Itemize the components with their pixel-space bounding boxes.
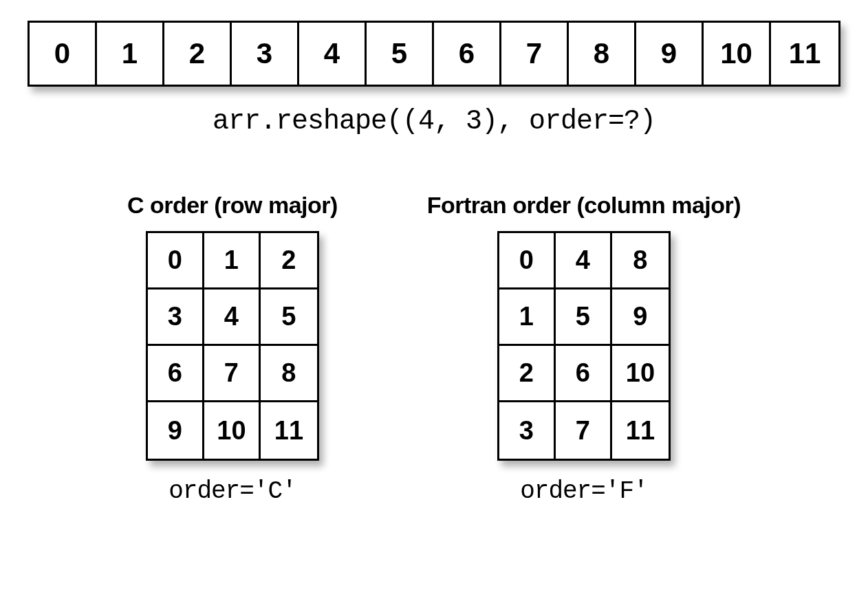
matrix-cell: 1: [499, 289, 556, 346]
top-cell: 10: [704, 23, 771, 85]
fortran-order-code-label: order='F': [520, 477, 647, 505]
top-cell: 6: [434, 23, 501, 85]
matrix-cell: 0: [499, 233, 556, 289]
c-order-matrix: 0 1 2 3 4 5 6 7 8 9 10 11: [146, 231, 319, 461]
matrix-cell: 6: [556, 346, 612, 402]
matrix-row: 0 4 8: [499, 233, 669, 289]
matrix-row: 3 7 11: [499, 402, 669, 459]
matrix-cell: 0: [148, 233, 204, 289]
matrix-cell: 5: [556, 289, 612, 346]
c-order-panel: C order (row major) 0 1 2 3 4 5 6 7 8 9 …: [127, 192, 338, 505]
top-cell: 0: [30, 23, 97, 85]
c-order-title: C order (row major): [127, 192, 338, 219]
top-cell: 1: [97, 23, 164, 85]
reshape-code-label: arr.reshape((4, 3), order=?): [28, 106, 840, 137]
top-cell: 9: [636, 23, 704, 85]
matrix-cell: 5: [261, 289, 317, 346]
matrix-row: 2 6 10: [499, 346, 669, 402]
matrix-cell: 9: [148, 402, 204, 459]
c-order-code-label: order='C': [169, 477, 296, 505]
fortran-order-panel: Fortran order (column major) 0 4 8 1 5 9…: [427, 192, 741, 505]
matrix-cell: 11: [261, 402, 317, 459]
matrix-row: 9 10 11: [148, 402, 317, 459]
matrix-cell: 2: [261, 233, 317, 289]
matrix-cell: 7: [204, 346, 261, 402]
top-cell: 4: [299, 23, 367, 85]
matrix-cell: 8: [261, 346, 317, 402]
top-cell: 8: [569, 23, 636, 85]
top-cell: 2: [164, 23, 232, 85]
matrix-row: 1 5 9: [499, 289, 669, 346]
matrix-cell: 10: [612, 346, 669, 402]
top-cell: 3: [232, 23, 299, 85]
matrix-cell: 3: [499, 402, 556, 459]
matrix-cell: 7: [556, 402, 612, 459]
matrix-cell: 11: [612, 402, 669, 459]
matrix-row: 3 4 5: [148, 289, 317, 346]
top-cell: 7: [501, 23, 569, 85]
matrix-row: 0 1 2: [148, 233, 317, 289]
matrix-cell: 9: [612, 289, 669, 346]
matrix-cell: 6: [148, 346, 204, 402]
matrix-cell: 1: [204, 233, 261, 289]
matrix-cell: 3: [148, 289, 204, 346]
panels-container: C order (row major) 0 1 2 3 4 5 6 7 8 9 …: [28, 192, 840, 505]
fortran-order-matrix: 0 4 8 1 5 9 2 6 10 3 7 11: [497, 231, 671, 461]
matrix-cell: 2: [499, 346, 556, 402]
matrix-cell: 10: [204, 402, 261, 459]
matrix-cell: 4: [556, 233, 612, 289]
matrix-cell: 8: [612, 233, 669, 289]
top-cell: 5: [367, 23, 434, 85]
matrix-row: 6 7 8: [148, 346, 317, 402]
matrix-cell: 4: [204, 289, 261, 346]
top-cell: 11: [771, 23, 838, 85]
top-array: 0 1 2 3 4 5 6 7 8 9 10 11: [28, 21, 840, 87]
fortran-order-title: Fortran order (column major): [427, 192, 741, 219]
